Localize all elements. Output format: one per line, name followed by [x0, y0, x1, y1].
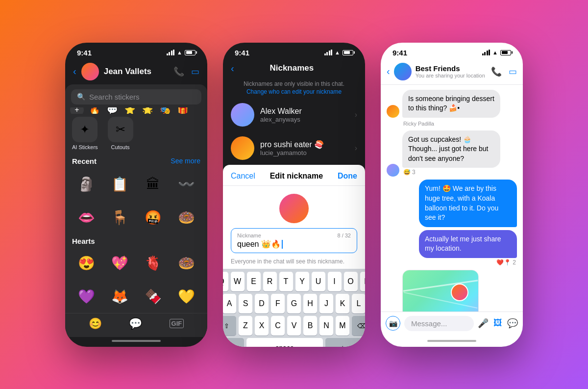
space-key[interactable]: space [246, 338, 323, 346]
reaction-2: 😅 3 [402, 169, 500, 177]
sticker-item[interactable]: 🪑 [103, 202, 136, 234]
input-label-row: Nickname 8 / 32 [237, 233, 351, 238]
sticker-item[interactable]: 📋 [103, 168, 136, 201]
sticker-item[interactable]: 💛 [170, 281, 202, 313]
key-F[interactable]: F [271, 294, 285, 313]
reaction-emoji-2: 😅 [403, 169, 411, 176]
message-1: Is someone bringing dessert to this thin… [387, 90, 517, 118]
key-J[interactable]: J [319, 294, 333, 313]
sticker-item[interactable]: 🍩 [170, 202, 202, 234]
back-button-1[interactable]: ‹ [73, 66, 76, 77]
sticker-tab-icon[interactable]: 💬 [129, 317, 142, 330]
sticker-item[interactable]: 🦊 [103, 281, 136, 313]
sticker-tab-1[interactable]: 🔥 [88, 107, 101, 114]
key-U[interactable]: U [312, 272, 325, 291]
back-button-3[interactable]: ‹ [387, 66, 390, 77]
numeric-key[interactable]: 123 [224, 338, 244, 346]
change-nickname-link[interactable]: Change who can edit your nickname [246, 88, 342, 95]
key-W[interactable]: W [231, 272, 245, 291]
status-bar-2: 9:41 ▲ [223, 43, 365, 60]
key-B[interactable]: B [303, 316, 317, 336]
sticker-bottom-bar: 😊 💬 GIF [65, 313, 207, 337]
sticker-item[interactable]: 💜 [70, 281, 102, 313]
modal-title: Edit nickname [270, 172, 323, 181]
return-key[interactable]: return [325, 338, 364, 346]
sticker-item[interactable]: 🤬 [137, 202, 169, 234]
wifi-icon-1: ▲ [177, 50, 182, 55]
sticker-item[interactable]: 🏛 [137, 168, 169, 201]
nickname-input-value[interactable]: queen 👑🔥 [237, 239, 351, 249]
key-Z[interactable]: Z [239, 316, 252, 336]
key-O[interactable]: O [344, 272, 358, 291]
call-icon-1[interactable]: 📞 [173, 66, 184, 77]
sticker-tabs: + 🔥 💬 ⭐ 🌟 🎭 🎁 [65, 107, 207, 114]
sticker-item[interactable]: 🗿 [70, 168, 102, 201]
key-I[interactable]: I [328, 272, 342, 291]
sticker-search[interactable]: 🔍 Search stickers [71, 89, 201, 104]
shift-key[interactable]: ⇧ [223, 316, 236, 336]
signal-icon-3 [482, 50, 490, 55]
edit-nickname-modal: Cancel Edit nickname Done Nickname 8 / 3… [223, 165, 365, 346]
nickname-input-box[interactable]: Nickname 8 / 32 queen 👑🔥 [231, 228, 357, 253]
nickname-item-2[interactable]: pro sushi eater 🍣 lucie_yamamoto › [223, 131, 365, 165]
key-G[interactable]: G [287, 294, 301, 313]
key-A[interactable]: A [223, 294, 236, 313]
edit-nickname-avatar [279, 194, 309, 223]
gif-tab-icon[interactable]: GIF [170, 319, 184, 328]
bubble-1: Is someone bringing dessert to this thin… [402, 90, 500, 118]
modal-input-section: Nickname 8 / 32 queen 👑🔥 [223, 228, 365, 256]
sticker-tab-4[interactable]: 🌟 [141, 107, 154, 114]
cutouts-btn[interactable]: ✂ Cutouts [108, 117, 133, 150]
ai-stickers-btn[interactable]: ✦ AI Stickers [72, 117, 98, 150]
add-sticker-tab[interactable]: + [70, 107, 84, 114]
sticker-tab-3[interactable]: ⭐ [123, 107, 137, 114]
key-Q[interactable]: Q [223, 272, 228, 291]
sticker-item[interactable]: 👄 [70, 202, 102, 234]
key-E[interactable]: E [247, 272, 261, 291]
nickname-item-1[interactable]: Alex Walker alex_anyways › [223, 98, 365, 131]
sticker-tab-2[interactable]: 💬 [105, 107, 119, 114]
key-Y[interactable]: Y [295, 272, 309, 291]
key-X[interactable]: X [255, 316, 269, 336]
sticker-item[interactable]: 💖 [103, 247, 136, 280]
key-V[interactable]: V [287, 316, 301, 336]
header-icons-1: 📞 ▭ [173, 66, 199, 77]
cancel-button[interactable]: Cancel [231, 172, 255, 181]
location-card[interactable]: Live location Lydie Rosales is sharing V… [402, 270, 479, 311]
sticker-item[interactable]: 🍫 [137, 281, 169, 313]
key-T[interactable]: T [279, 272, 293, 291]
sticker-item[interactable]: 😍 [70, 247, 102, 280]
back-button-2[interactable]: ‹ [231, 63, 234, 74]
key-N[interactable]: N [319, 316, 333, 336]
photo-icon[interactable]: 🖼 [493, 318, 502, 329]
key-K[interactable]: K [336, 294, 349, 313]
see-more-link[interactable]: See more [171, 157, 200, 165]
key-H[interactable]: H [303, 294, 317, 313]
sticker-icon[interactable]: 💬 [507, 318, 518, 329]
msg-avatar-2 [387, 164, 399, 177]
key-P[interactable]: P [360, 272, 366, 291]
delete-key[interactable]: ⌫ [352, 316, 365, 336]
wifi-icon-2: ▲ [335, 50, 340, 55]
key-S[interactable]: S [239, 294, 252, 313]
done-button[interactable]: Done [338, 172, 357, 181]
key-R[interactable]: R [263, 272, 277, 291]
emoji-tab-icon[interactable]: 😊 [89, 317, 102, 330]
key-M[interactable]: M [336, 316, 349, 336]
call-icon-3[interactable]: 📞 [491, 66, 502, 77]
video-icon-3[interactable]: ▭ [509, 66, 517, 77]
sticker-tab-5[interactable]: 🎭 [158, 107, 172, 114]
key-C[interactable]: C [271, 316, 285, 336]
sticker-tab-6[interactable]: 🎁 [176, 107, 190, 114]
key-D[interactable]: D [255, 294, 269, 313]
camera-button[interactable]: 📷 [386, 316, 400, 331]
wifi-icon-3: ▲ [492, 50, 498, 55]
video-icon-1[interactable]: ▭ [191, 66, 199, 77]
sticker-item[interactable]: 🍩 [170, 247, 202, 280]
sticker-item[interactable]: 〰️ [170, 168, 202, 201]
mic-icon[interactable]: 🎤 [478, 318, 489, 329]
sticker-item[interactable]: 🫀 [137, 247, 169, 280]
key-L[interactable]: L [352, 294, 365, 313]
message-input[interactable]: Message... [404, 316, 474, 331]
message-3: Yum! 🤩 We are by this huge tree, with a … [387, 180, 517, 227]
